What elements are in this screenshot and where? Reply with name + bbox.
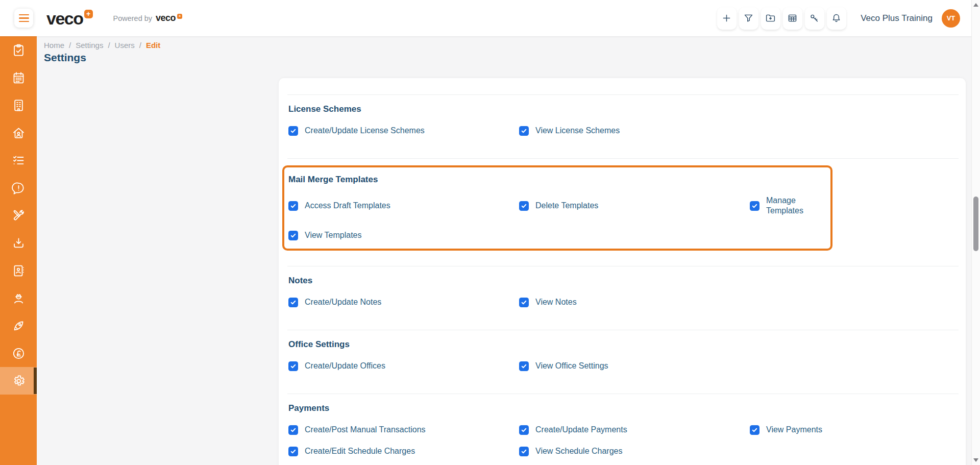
breadcrumb-separator: / [69,41,71,50]
permission-label: Access Draft Templates [305,201,390,211]
filter-button[interactable] [739,7,758,30]
breadcrumb-link-home[interactable]: Home [44,41,64,50]
sidebar-nav [0,36,37,465]
permissions-card: License SchemesCreate/Update License Sch… [279,78,966,465]
permission-create-update-license-schemes[interactable]: Create/Update License Schemes [288,126,519,136]
check-icon [290,363,297,370]
sidebar-item-messages[interactable] [0,174,37,202]
settings-icon [12,374,26,388]
permission-view-notes[interactable]: View Notes [519,297,750,307]
checkbox-checked[interactable] [750,425,760,435]
permission-create-post-manual-transactions[interactable]: Create/Post Manual Transactions [288,425,519,435]
filter-icon [743,13,754,23]
avatar-initials: VT [947,14,955,22]
sidebar-item-properties[interactable] [0,119,37,146]
permission-label: Create/Update License Schemes [305,126,425,136]
check-icon [521,203,527,209]
sidebar-item-marketing[interactable] [0,312,37,339]
section-title-notes: Notes [288,276,966,286]
permission-label: View Templates [305,230,361,240]
permission-row: Create/Update License SchemesView Licens… [288,126,966,136]
home-user-icon [12,126,26,140]
sidebar-item-finance[interactable] [0,339,37,367]
permission-label: View Office Settings [535,361,608,371]
powered-by: Powered by veco + [113,13,183,23]
permission-label: Delete Templates [535,201,598,211]
checkbox-checked[interactable] [519,298,529,307]
worker-icon [12,291,26,305]
section-title-payments: Payments [288,403,966,413]
sidebar-item-downloads[interactable] [0,229,37,257]
permission-create-edit-schedule-charges[interactable]: Create/Edit Schedule Charges [288,446,519,456]
section-title-mail-merge-templates: Mail Merge Templates [288,175,830,185]
checkbox-checked[interactable] [519,425,529,435]
checkbox-checked[interactable] [288,447,298,456]
section-divider [287,158,959,159]
permission-create-update-payments[interactable]: Create/Update Payments [519,425,750,435]
breadcrumb-link-users[interactable]: Users [115,41,135,50]
checkbox-checked[interactable] [519,126,529,136]
breadcrumb-link-edit: Edit [146,41,160,50]
app-header: veco + Powered by veco + Veco Plus Train… [0,0,980,36]
highlight-box: Mail Merge TemplatesAccess Draft Templat… [282,165,832,251]
table-button[interactable] [783,7,802,30]
sidebar-item-contractors[interactable] [0,284,37,312]
section-title-office-settings: Office Settings [288,339,966,350]
breadcrumb-link-settings[interactable]: Settings [76,41,103,50]
key-button[interactable] [805,7,824,30]
page-scrollbar[interactable] [971,0,980,465]
folder-download-button[interactable] [761,7,780,30]
checkbox-checked[interactable] [288,298,298,307]
sidebar-item-tasks[interactable] [0,36,37,64]
sidebar-item-settings[interactable] [0,367,37,395]
checkbox-checked[interactable] [288,361,298,371]
permission-view-schedule-charges[interactable]: View Schedule Charges [519,446,750,456]
sidebar-item-calendar[interactable] [0,64,37,91]
permission-view-license-schemes[interactable]: View License Schemes [519,126,750,136]
powered-plus-badge: + [177,14,182,19]
checkbox-checked[interactable] [519,361,529,371]
notifications-button[interactable] [827,7,846,30]
main-content: Home/Settings/Users/Edit Settings Licens… [37,36,980,465]
sidebar-item-contacts[interactable] [0,257,37,284]
check-icon [290,299,297,306]
checkbox-checked[interactable] [750,201,760,211]
permission-create-update-notes[interactable]: Create/Update Notes [288,297,519,307]
breadcrumb: Home/Settings/Users/Edit [44,41,160,50]
check-icon [751,427,758,433]
permission-delete-templates[interactable]: Delete Templates [519,201,750,211]
task-list-icon [12,154,26,167]
add-button[interactable] [717,7,737,30]
permission-label: Create/Post Manual Transactions [305,425,426,435]
checkbox-checked[interactable] [288,231,298,240]
checkbox-checked[interactable] [288,425,298,435]
permission-create-update-offices[interactable]: Create/Update Offices [288,361,519,371]
scrollbar-thumb[interactable] [973,197,978,251]
permission-manage-templates[interactable]: Manage Templates [750,195,830,216]
header-toolbar [716,7,847,30]
sidebar-item-office-building[interactable] [0,91,37,119]
table-icon [787,13,798,23]
permission-view-templates[interactable]: View Templates [288,230,519,240]
check-icon [751,203,758,209]
permission-label: View Notes [535,297,577,307]
comment-alert-icon [12,181,26,195]
breadcrumb-separator: / [139,41,141,50]
checkbox-checked[interactable] [288,201,298,211]
checkbox-checked[interactable] [519,447,529,456]
permission-access-draft-templates[interactable]: Access Draft Templates [288,201,519,211]
sidebar-item-maintenance[interactable] [0,202,37,229]
avatar[interactable]: VT [942,9,960,28]
tools-icon [12,209,26,223]
checkbox-checked[interactable] [288,126,298,136]
sidebar-item-task-list[interactable] [0,146,37,174]
menu-button[interactable] [14,9,33,28]
scroll-up-arrow[interactable] [973,3,978,7]
permission-label: Manage Templates [766,195,830,216]
permission-view-payments[interactable]: View Payments [750,425,966,435]
scroll-down-arrow[interactable] [973,458,978,462]
check-icon [290,427,297,433]
permission-view-office-settings[interactable]: View Office Settings [519,361,750,371]
checkbox-checked[interactable] [519,201,529,211]
card-top-gap [279,78,966,94]
